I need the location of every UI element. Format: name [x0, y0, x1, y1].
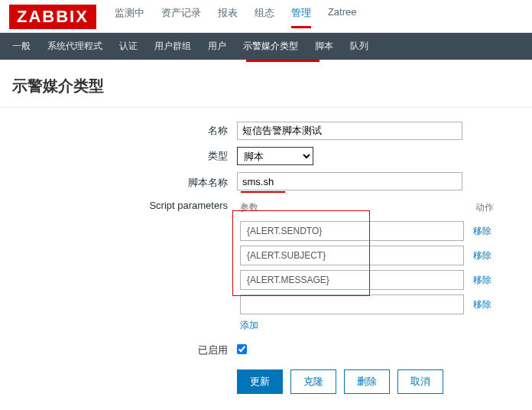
param-input-2[interactable] — [240, 270, 464, 290]
remove-link-2[interactable]: 移除 — [473, 274, 491, 287]
logo[interactable]: ZABBIX — [9, 5, 96, 29]
script-name-highlight — [241, 191, 285, 193]
top-nav-inventory[interactable]: 资产记录 — [161, 6, 201, 28]
script-name-label: 脚本名称 — [0, 176, 237, 190]
type-label: 类型 — [0, 149, 237, 163]
delete-button[interactable]: 删除 — [344, 369, 390, 394]
form-area: 名称 类型 脚本 脚本名称 Script parameters 参数 动作 — [0, 107, 532, 410]
sub-nav-queue[interactable]: 队列 — [350, 40, 368, 53]
remove-link-0[interactable]: 移除 — [473, 225, 491, 238]
sub-nav: 一般 系统代理程式 认证 用户群组 用户 示警媒介类型 脚本 队列 — [0, 33, 532, 60]
param-row: 移除 — [237, 219, 497, 243]
top-nav-reports[interactable]: 报表 — [218, 6, 238, 28]
top-nav-config[interactable]: 组态 — [255, 6, 274, 28]
enabled-checkbox[interactable] — [237, 344, 247, 354]
params-header-action: 动作 — [475, 201, 494, 214]
clone-button[interactable]: 克隆 — [290, 369, 336, 394]
params-header-param: 参数 — [240, 201, 258, 214]
remove-link-blank[interactable]: 移除 — [473, 298, 491, 311]
script-name-input[interactable] — [237, 172, 462, 190]
sub-nav-usergroups[interactable]: 用户群组 — [154, 40, 191, 53]
add-link[interactable]: 添加 — [240, 319, 258, 332]
param-row: 移除 — [237, 243, 497, 268]
top-nav: 监测中 资产记录 报表 组态 管理 Zatree — [115, 6, 357, 28]
name-label: 名称 — [0, 124, 237, 138]
param-input-1[interactable] — [240, 246, 464, 265]
sub-nav-proxies[interactable]: 系统代理程式 — [47, 40, 102, 53]
page-title: 示警媒介类型 — [0, 62, 532, 107]
param-row: 移除 — [237, 268, 497, 292]
header: ZABBIX 监测中 资产记录 报表 组态 管理 Zatree — [0, 0, 532, 33]
name-input[interactable] — [237, 122, 462, 140]
cancel-button[interactable]: 取消 — [397, 369, 443, 394]
enabled-label: 已启用 — [0, 343, 237, 357]
top-nav-admin[interactable]: 管理 — [291, 6, 311, 28]
remove-link-1[interactable]: 移除 — [473, 249, 491, 262]
sub-nav-general[interactable]: 一般 — [12, 40, 31, 53]
params-table: 参数 动作 移除 移除 移除 移除 — [237, 200, 497, 334]
top-nav-monitor[interactable]: 监测中 — [115, 6, 144, 28]
param-input-blank[interactable] — [240, 294, 464, 314]
button-row: 更新 克隆 删除 取消 — [237, 369, 532, 394]
param-row: 移除 — [237, 292, 497, 317]
sub-nav-underline — [0, 60, 532, 62]
top-nav-zatree[interactable]: Zatree — [328, 6, 357, 28]
update-button[interactable]: 更新 — [237, 369, 283, 394]
sub-nav-scripts[interactable]: 脚本 — [315, 40, 333, 53]
type-select[interactable]: 脚本 — [237, 147, 313, 165]
sub-nav-mediatypes[interactable]: 示警媒介类型 — [243, 40, 298, 53]
sub-nav-users[interactable]: 用户 — [208, 40, 226, 53]
param-input-0[interactable] — [240, 221, 464, 241]
params-label: Script parameters — [0, 200, 237, 211]
sub-nav-auth[interactable]: 认证 — [119, 40, 138, 53]
